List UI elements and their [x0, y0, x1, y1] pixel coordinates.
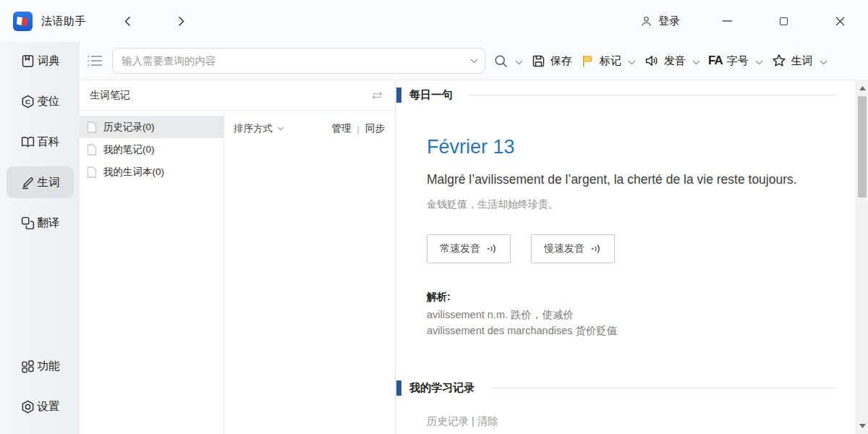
normal-speed-button[interactable]: 常速发音 [427, 234, 511, 263]
toolbar: 保存 标记 发音 FA 字号 生词 [80, 42, 868, 80]
close-icon [835, 17, 845, 26]
sync-link[interactable]: 同步 [365, 122, 385, 135]
section-rule [469, 95, 835, 95]
font-size-label: 字号 [727, 54, 749, 68]
learning-record-title: 我的学习记录 [409, 381, 475, 395]
sound-wave-icon [487, 243, 498, 255]
search-input[interactable] [113, 48, 463, 73]
document-icon [87, 144, 97, 156]
font-size-icon: FA [708, 54, 723, 68]
sidebar-item-label: 翻译 [38, 216, 60, 231]
search-button[interactable] [493, 54, 523, 69]
sidebar-item-settings[interactable]: 设置 [7, 391, 74, 422]
sidebar-item-label: 生词 [38, 175, 60, 190]
apps-grid-icon [20, 359, 35, 374]
triangle-down-icon [859, 424, 866, 428]
sidebar-item-dictionary[interactable]: 词典 [7, 45, 74, 77]
pronounce-dropdown[interactable] [692, 55, 700, 67]
notebook-item-history[interactable]: 历史记录(0) [80, 116, 224, 138]
daily-sentence-french: Malgré l’avilissement de l’argent, la ch… [427, 172, 827, 187]
chevron-down-icon [755, 60, 763, 65]
sidebar-item-label: 百科 [38, 135, 60, 150]
chevron-down-icon [628, 60, 636, 65]
notebook-list: 历史记录(0) 我的笔记(0) 我的生词本(0) [80, 111, 224, 434]
back-button[interactable] [119, 13, 135, 29]
notes-panel-title: 生词笔记 [90, 89, 130, 102]
manage-link[interactable]: 管理 [331, 122, 351, 135]
sort-label: 排序方式 [234, 122, 273, 135]
flag-icon [580, 54, 595, 69]
titlebar: 法语助手 登录 [0, 0, 868, 42]
mark-dropdown[interactable] [628, 55, 636, 67]
chevron-down-icon [692, 60, 700, 65]
search-icon [493, 54, 509, 69]
star-icon [771, 53, 787, 69]
font-size-button[interactable]: FA 字号 [708, 54, 763, 68]
new-word-dropdown[interactable] [820, 55, 827, 67]
list-icon [87, 54, 103, 68]
sidebar-item-label: 变位 [38, 94, 60, 109]
scroll-down-button[interactable] [856, 420, 868, 432]
slow-speed-label: 慢速发音 [544, 242, 584, 255]
login-button[interactable]: 登录 [639, 14, 680, 28]
sidebar-item-encyclopedia[interactable]: 百科 [7, 126, 74, 158]
sidebar-item-features[interactable]: 功能 [7, 350, 74, 382]
sidebar-item-new-words[interactable]: 生词 [7, 166, 74, 198]
normal-speed-label: 常速发音 [440, 242, 480, 255]
save-button[interactable]: 保存 [531, 54, 572, 69]
speaker-icon [644, 53, 660, 69]
mark-label: 标记 [600, 54, 621, 68]
vertical-scrollbar[interactable] [856, 80, 868, 434]
sound-wave-icon [591, 243, 602, 255]
search-history-dropdown[interactable] [463, 48, 485, 73]
notes-panel-body: 历史记录(0) 我的笔记(0) 我的生词本(0) 排序方式 [80, 111, 395, 434]
daily-sentence-panel: 每日一句 Février 13 Malgré l’avilissement de… [396, 80, 856, 434]
analysis-line: avilissement n.m. 跌价，使减价 [427, 307, 827, 323]
chevron-left-icon [124, 16, 131, 27]
font-size-dropdown[interactable] [755, 55, 763, 67]
app-window: 法语助手 登录 词典 C 变位 [0, 0, 868, 434]
sidebar-item-label: 设置 [38, 399, 60, 414]
notebook-item-wordbook[interactable]: 我的生词本(0) [80, 161, 224, 183]
sidebar-item-conjugation[interactable]: C 变位 [7, 85, 74, 117]
save-floppy-icon [531, 54, 546, 69]
sort-button[interactable]: 排序方式 [234, 122, 284, 135]
search-mode-dropdown[interactable] [515, 55, 523, 67]
slow-speed-button[interactable]: 慢速发音 [531, 234, 615, 263]
sidebar-item-translate[interactable]: 翻译 [7, 207, 74, 239]
learning-record-header: 我的学习记录 [396, 380, 856, 396]
new-word-label: 生词 [791, 54, 813, 68]
new-words-pencil-icon [20, 175, 35, 190]
new-word-button[interactable]: 生词 [771, 53, 827, 69]
notebook-content: 排序方式 管理 | 同步 [224, 111, 395, 434]
daily-date: Février 13 [427, 136, 827, 158]
chevron-down-icon [470, 59, 478, 64]
maximize-button[interactable] [774, 12, 793, 30]
pronounce-button[interactable]: 发音 [644, 53, 700, 69]
notebook-item-my-notes[interactable]: 我的笔记(0) [80, 138, 224, 161]
scroll-up-button[interactable] [856, 82, 868, 94]
section-accent-bar [396, 88, 401, 103]
forward-button[interactable] [173, 13, 189, 29]
minimize-button[interactable] [718, 12, 736, 30]
document-icon [87, 122, 97, 133]
section-accent-bar [396, 380, 401, 396]
mark-button[interactable]: 标记 [580, 54, 636, 69]
encyclopedia-icon [20, 135, 35, 150]
scrollbar-thumb[interactable] [858, 96, 867, 197]
close-button[interactable] [830, 12, 849, 30]
word-list-button[interactable] [85, 51, 104, 70]
analysis-label: 解析: [427, 291, 827, 304]
login-label: 登录 [658, 14, 680, 28]
swap-panel-button[interactable] [369, 90, 385, 101]
minimize-icon [723, 20, 732, 22]
search-box [112, 48, 485, 74]
sidebar-item-label: 功能 [38, 359, 60, 374]
settings-gear-icon [20, 399, 35, 414]
chevron-down-icon [820, 60, 827, 65]
daily-body: Février 13 Malgré l’avilissement de l’ar… [396, 136, 856, 339]
daily-section-title: 每日一句 [409, 88, 453, 102]
notes-panel-header: 生词笔记 [80, 80, 395, 111]
translate-icon [20, 216, 35, 231]
history-clear-links[interactable]: 历史记录 | 清除 [427, 414, 856, 428]
